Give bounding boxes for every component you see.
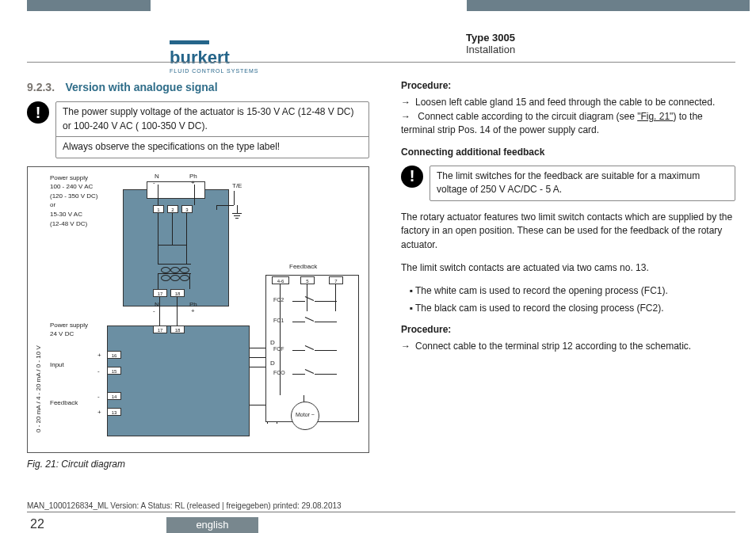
cam-list: The white cam is used to record the open…	[401, 284, 735, 315]
header-rule	[27, 62, 735, 63]
d-label-2: D	[270, 359, 275, 368]
io-minus-2: -	[97, 392, 100, 402]
section-heading: 9.2.3. Version with analogue signal	[27, 79, 369, 95]
terminal-7: 7	[329, 276, 343, 284]
fig21-ref: "Fig. 21"	[637, 111, 673, 122]
warning-2: ! The limit switches for the feedback ar…	[401, 166, 735, 201]
connecting-feedback-heading: Connecting additional feedback	[401, 146, 735, 159]
left-column: 9.2.3. Version with analogue signal ! Th…	[27, 79, 369, 504]
section-number: 9.2.3.	[27, 81, 55, 93]
brand-logo: burkert FLUID CONTROL SYSTEMS	[170, 32, 259, 74]
top-bar-right	[467, 0, 750, 11]
feedback-label-left: Feedback	[50, 398, 78, 408]
minus-label-2: -	[153, 306, 155, 316]
footer-meta: MAN_1000126834_ML Version: A Status: RL …	[27, 501, 735, 512]
fc2-row: FC2	[292, 294, 348, 308]
exclamation-icon-2: !	[401, 166, 423, 188]
fcf-row: FCF	[292, 343, 348, 357]
plus-label-2: +	[191, 306, 195, 316]
terminal-2: 2	[167, 205, 178, 213]
te-label: T/E	[232, 181, 242, 191]
feedback-para-1: The rotary actuator features two limit s…	[401, 211, 735, 252]
terminal-16: 16	[107, 351, 121, 359]
minus-label-1: -	[153, 178, 155, 188]
fcf-label: FCF	[273, 345, 284, 353]
warning-2-text: The limit switches for the feedback are …	[437, 169, 728, 197]
warning-1-text-1: The power supply voltage of the actuator…	[63, 105, 362, 133]
warning-1: ! The power supply voltage of the actuat…	[27, 101, 369, 158]
language-badge: english	[166, 517, 258, 533]
terminal-18b: 18	[170, 326, 185, 333]
step-connect-strip-12: Connect cable to the terminal strip 12 a…	[401, 340, 735, 353]
warning-1-text-2: Always observe the specifications on the…	[56, 136, 368, 157]
terminal-3: 3	[181, 205, 193, 213]
ps1-label: Power supply 100 - 240 V AC (120 - 350 V…	[50, 173, 97, 229]
cam-white: The white cam is used to record the open…	[415, 284, 735, 298]
fco-label: FCO	[273, 369, 285, 377]
ps2-label: Power supply 24 V DC	[50, 321, 88, 339]
feedback-label-right: Feedback	[289, 262, 317, 272]
upper-n-ph-box	[147, 181, 205, 199]
terminal-15: 15	[107, 367, 121, 375]
fc1-label: FC1	[273, 317, 284, 325]
io-plus-2: +	[97, 408, 101, 417]
motor-symbol: Motor ~	[291, 402, 319, 430]
top-bar-left	[27, 0, 151, 11]
terminal-13: 13	[107, 408, 121, 416]
terminal-18a: 18	[170, 289, 185, 297]
fco-row: FCO	[292, 367, 348, 381]
step-loosen-gland: Loosen left cable gland 15 and feed thro…	[401, 96, 735, 109]
document-header: Type 3005 Installation	[466, 32, 515, 55]
page: burkert FLUID CONTROL SYSTEMS Type 3005 …	[0, 0, 756, 533]
terminal-17b: 17	[153, 326, 167, 333]
io-minus-1: -	[97, 367, 100, 376]
circuit-diagram: 0 - 20 mA / 4 - 20 mA / 0 - 10 V Power s…	[27, 166, 369, 453]
fc2-label: FC2	[273, 296, 284, 304]
lower-card	[107, 326, 250, 436]
doc-type: Type 3005	[466, 32, 515, 44]
warning-2-box: The limit switches for the feedback are …	[430, 166, 735, 201]
footer-bar: 22 english	[27, 516, 756, 533]
procedure-heading-2: Procedure:	[401, 323, 735, 337]
terminal-5: 5	[300, 276, 315, 284]
terminal-1: 1	[153, 205, 164, 213]
warning-1-box: The power supply voltage of the actuator…	[55, 101, 369, 158]
feedback-para-2: The limit switch contacts are actuated v…	[401, 261, 735, 275]
input-label: Input	[50, 360, 64, 370]
procedure-heading-1: Procedure:	[401, 79, 735, 93]
right-column: Procedure: Loosen left cable gland 15 an…	[401, 79, 735, 504]
io-range-label: 0 - 20 mA / 4 - 20 mA / 0 - 10 V	[34, 345, 44, 432]
figure-caption: Fig. 21: Circuit diagram	[27, 458, 369, 471]
section-title: Version with analogue signal	[65, 81, 217, 93]
terminal-14: 14	[107, 392, 121, 400]
cam-black: The black cam is used to record the clos…	[415, 302, 735, 315]
content-area: 9.2.3. Version with analogue signal ! Th…	[27, 79, 735, 504]
terminal-4-6: 4-6	[272, 276, 289, 284]
brand-name: burkert	[170, 48, 230, 67]
step-connect-cable: Connect cable according to the circuit d…	[401, 110, 735, 138]
io-plus-1: +	[97, 351, 101, 360]
brand-tagline: FLUID CONTROL SYSTEMS	[170, 68, 259, 74]
terminal-17a: 17	[153, 289, 167, 297]
top-color-bars	[0, 0, 756, 25]
fc1-row: FC1	[292, 314, 348, 329]
step-connect-cable-a: Connect cable according to the circuit d…	[418, 111, 637, 122]
page-number: 22	[30, 517, 44, 531]
exclamation-icon: !	[27, 101, 49, 124]
motor-label: Motor ~	[296, 411, 315, 419]
doc-section: Installation	[466, 44, 515, 55]
